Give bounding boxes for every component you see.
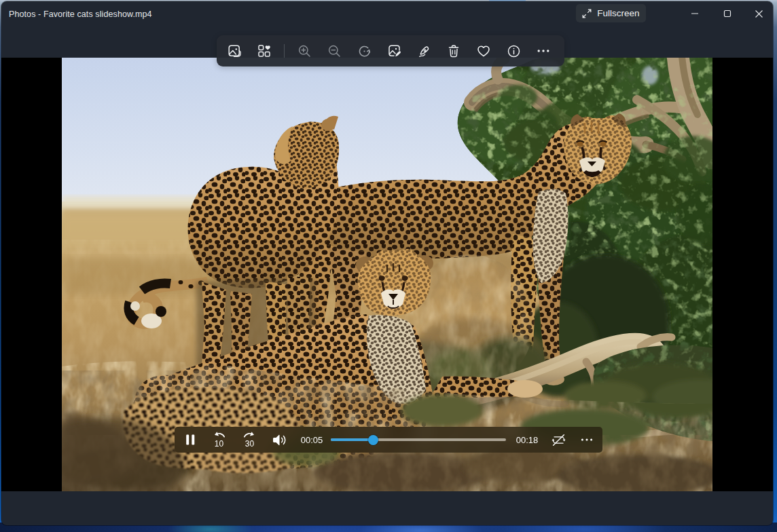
svg-text:30: 30 — [245, 439, 254, 449]
svg-text:10: 10 — [214, 439, 223, 449]
